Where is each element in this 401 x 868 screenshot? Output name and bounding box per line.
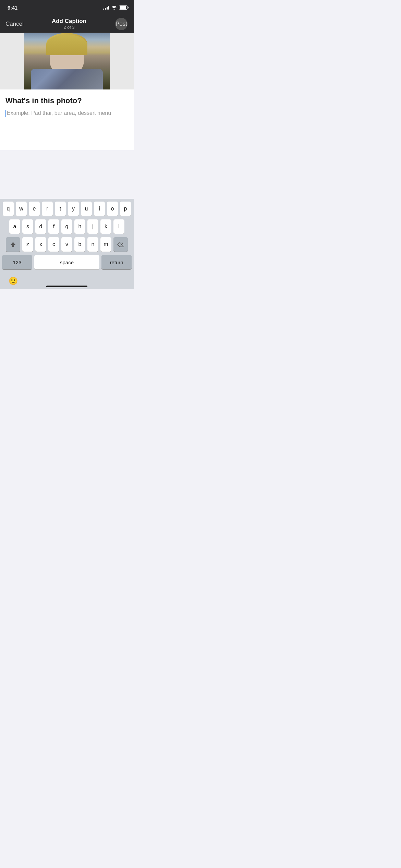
home-indicator bbox=[46, 286, 87, 287]
keyboard-row-3: z x c v b n m bbox=[1, 237, 132, 252]
key-r[interactable]: r bbox=[42, 202, 53, 216]
status-time: 9:41 bbox=[8, 5, 17, 11]
content-spacer bbox=[0, 123, 134, 150]
key-i[interactable]: i bbox=[94, 202, 105, 216]
key-j[interactable]: j bbox=[87, 219, 98, 234]
signal-icon bbox=[103, 5, 109, 10]
nav-title-block: Add Caption 2 of 3 bbox=[52, 18, 86, 30]
keyboard: q w e r t y u i o p a s d f g h j k l z … bbox=[0, 199, 134, 289]
key-o[interactable]: o bbox=[107, 202, 118, 216]
nav-bar: Cancel Add Caption 2 of 3 Post bbox=[0, 15, 134, 33]
key-w[interactable]: w bbox=[16, 202, 27, 216]
shift-key[interactable] bbox=[6, 237, 20, 252]
space-key[interactable]: space bbox=[34, 255, 99, 269]
key-h[interactable]: h bbox=[74, 219, 85, 234]
key-a[interactable]: a bbox=[9, 219, 20, 234]
caption-input-wrapper[interactable]: Example: Pad thai, bar area, dessert men… bbox=[5, 109, 128, 117]
key-m[interactable]: m bbox=[100, 237, 111, 252]
nav-title: Add Caption bbox=[52, 18, 86, 25]
key-k[interactable]: k bbox=[100, 219, 111, 234]
key-x[interactable]: x bbox=[35, 237, 46, 252]
post-button-wrapper[interactable]: Post bbox=[114, 17, 128, 31]
key-n[interactable]: n bbox=[87, 237, 98, 252]
post-button[interactable]: Post bbox=[116, 21, 127, 27]
key-b[interactable]: b bbox=[74, 237, 85, 252]
content-area: What's in this photo? Example: Pad thai,… bbox=[0, 89, 134, 123]
photo-placeholder bbox=[24, 33, 110, 89]
status-bar: 9:41 bbox=[0, 0, 134, 15]
key-c[interactable]: c bbox=[48, 237, 59, 252]
shift-icon bbox=[10, 241, 16, 248]
caption-heading: What's in this photo? bbox=[5, 96, 128, 105]
emoji-button[interactable]: 🙂 bbox=[7, 275, 19, 287]
key-e[interactable]: e bbox=[29, 202, 40, 216]
keyboard-row-1: q w e r t y u i o p bbox=[1, 202, 132, 216]
key-t[interactable]: t bbox=[55, 202, 66, 216]
numbers-key[interactable]: 123 bbox=[2, 255, 32, 269]
key-s[interactable]: s bbox=[22, 219, 33, 234]
battery-icon bbox=[119, 5, 127, 10]
key-p[interactable]: p bbox=[120, 202, 131, 216]
key-v[interactable]: v bbox=[61, 237, 72, 252]
nav-subtitle: 2 of 3 bbox=[52, 25, 86, 30]
status-icons bbox=[103, 5, 127, 10]
key-d[interactable]: d bbox=[35, 219, 46, 234]
image-container bbox=[0, 33, 134, 89]
keyboard-bottom-row: 123 space return bbox=[1, 255, 132, 269]
keyboard-row-2: a s d f g h j k l bbox=[1, 219, 132, 234]
key-q[interactable]: q bbox=[3, 202, 14, 216]
key-z[interactable]: z bbox=[22, 237, 33, 252]
delete-icon bbox=[117, 242, 124, 247]
key-u[interactable]: u bbox=[81, 202, 92, 216]
key-y[interactable]: y bbox=[68, 202, 79, 216]
return-key[interactable]: return bbox=[101, 255, 132, 269]
caption-placeholder: Example: Pad thai, bar area, dessert men… bbox=[6, 109, 111, 117]
wifi-icon bbox=[111, 5, 117, 10]
key-l[interactable]: l bbox=[113, 219, 124, 234]
delete-key[interactable] bbox=[113, 237, 128, 252]
cancel-button[interactable]: Cancel bbox=[5, 21, 24, 27]
key-g[interactable]: g bbox=[61, 219, 72, 234]
key-f[interactable]: f bbox=[48, 219, 59, 234]
